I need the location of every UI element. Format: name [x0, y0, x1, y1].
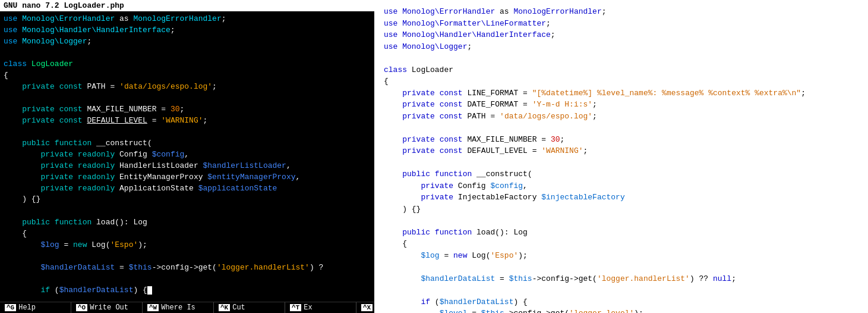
nano-code-area[interactable]: use Monolog\ErrorHandler as MonologError… [0, 11, 374, 302]
nano-titlebar: GNU nano 7.2 LogLoader.php [0, 0, 374, 11]
nano-statusbar: ^GHelp ^OWrite Out ^WWhere Is ^KCut ^TEx… [0, 302, 374, 313]
code-viewer: use Monolog\ErrorHandler as MonologError… [374, 0, 868, 313]
nano-cut[interactable]: ^KCut [214, 302, 285, 313]
nano-ex[interactable]: ^TEx [285, 302, 356, 313]
nano-help[interactable]: ^GHelp [0, 302, 71, 313]
nano-editor[interactable]: GNU nano 7.2 LogLoader.php use Monolog\E… [0, 0, 374, 313]
nano-whereis[interactable]: ^WWhere Is [143, 302, 214, 313]
nano-writeout[interactable]: ^OWrite Out [71, 302, 143, 313]
